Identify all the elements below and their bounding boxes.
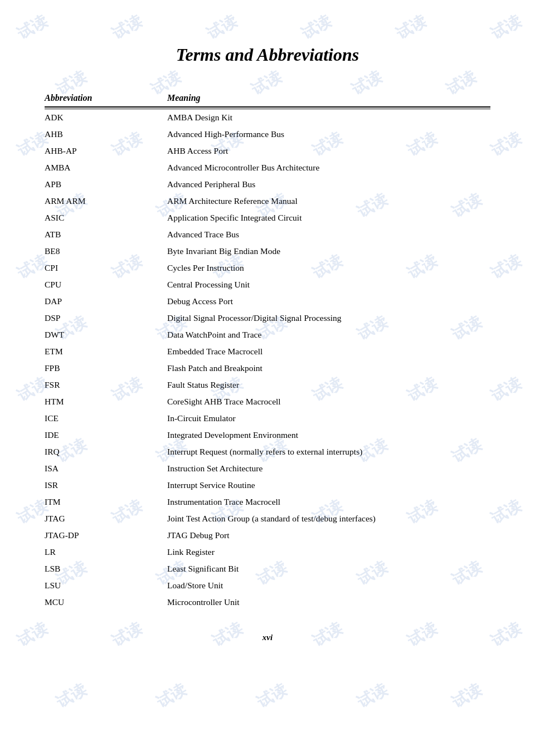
page-title: Terms and Abbreviations [45, 45, 490, 65]
table-row: HTMCoreSight AHB Trace Macrocell [45, 393, 490, 410]
abbr-cell: AHB-AP [45, 144, 167, 158]
watermark-text: 试读 [253, 679, 290, 713]
page-content: Terms and Abbreviations Abbreviation Mea… [0, 0, 535, 676]
page-number: xvi [45, 633, 490, 642]
table-row: ISAInstruction Set Architecture [45, 460, 490, 477]
table-row: AMBAAdvanced Microcontroller Bus Archite… [45, 159, 490, 176]
abbr-cell: CPI [45, 261, 167, 275]
meaning-cell: Interrupt Service Routine [167, 479, 490, 492]
table-header: Abbreviation Meaning [45, 93, 490, 108]
abbr-cell: IDE [45, 428, 167, 442]
abbr-cell: ARM ARM [45, 194, 167, 208]
table-row: BE8Byte Invariant Big Endian Mode [45, 243, 490, 260]
meaning-cell: Central Processing Unit [167, 278, 490, 291]
meaning-cell: In-Circuit Emulator [167, 412, 490, 425]
meaning-cell: Byte Invariant Big Endian Mode [167, 245, 490, 258]
table-row: ADKAMBA Design Kit [45, 109, 490, 126]
table-row: AHBAdvanced High-Performance Bus [45, 126, 490, 143]
meaning-cell: ARM Architecture Reference Manual [167, 194, 490, 208]
abbr-cell: DSP [45, 311, 167, 325]
table-row: APBAdvanced Peripheral Bus [45, 176, 490, 193]
abbr-cell: APB [45, 178, 167, 191]
meaning-cell: Advanced Peripheral Bus [167, 178, 490, 191]
table-row: ICEIn-Circuit Emulator [45, 410, 490, 427]
abbr-cell: ICE [45, 412, 167, 425]
abbr-cell: HTM [45, 395, 167, 408]
header-meaning: Meaning [167, 93, 490, 103]
table-row: CPUCentral Processing Unit [45, 276, 490, 293]
table-row: CPICycles Per Instruction [45, 260, 490, 276]
meaning-cell: Digital Signal Processor/Digital Signal … [167, 311, 490, 325]
meaning-cell: Joint Test Action Group (a standard of t… [167, 512, 490, 525]
abbr-cell: ASIC [45, 211, 167, 225]
watermark-text: 试读 [52, 679, 90, 713]
table-row: JTAG-DPJTAG Debug Port [45, 527, 490, 544]
table-row: ISRInterrupt Service Routine [45, 477, 490, 494]
table-row: DAPDebug Access Port [45, 293, 490, 310]
table-row: ARM ARMARM Architecture Reference Manual [45, 193, 490, 209]
table-row: FSRFault Status Register [45, 377, 490, 393]
meaning-cell: AHB Access Port [167, 144, 490, 158]
abbr-cell: BE8 [45, 245, 167, 258]
abbr-cell: ITM [45, 495, 167, 509]
abbr-cell: AHB [45, 128, 167, 141]
table-row: DSPDigital Signal Processor/Digital Sign… [45, 310, 490, 326]
abbr-cell: JTAG [45, 512, 167, 525]
table-row: AHB-APAHB Access Port [45, 143, 490, 159]
meaning-cell: Link Register [167, 545, 490, 559]
abbr-cell: LSB [45, 562, 167, 575]
meaning-cell: Instrumentation Trace Macrocell [167, 495, 490, 509]
table-row: MCUMicrocontroller Unit [45, 594, 490, 611]
table-row: LSULoad/Store Unit [45, 577, 490, 594]
meaning-cell: Microcontroller Unit [167, 596, 490, 609]
table-row: ITMInstrumentation Trace Macrocell [45, 494, 490, 510]
meaning-cell: Interrupt Request (normally refers to ex… [167, 445, 490, 459]
table-row: IRQInterrupt Request (normally refers to… [45, 443, 490, 460]
header-abbreviation: Abbreviation [45, 93, 167, 103]
meaning-cell: AMBA Design Kit [167, 111, 490, 124]
abbr-cell: ETM [45, 345, 167, 358]
table-body: ADKAMBA Design KitAHBAdvanced High-Perfo… [45, 109, 490, 611]
abbr-cell: FSR [45, 378, 167, 392]
meaning-cell: Instruction Set Architecture [167, 462, 490, 475]
abbr-cell: CPU [45, 278, 167, 291]
abbr-cell: LSU [45, 579, 167, 592]
terms-table: Abbreviation Meaning ADKAMBA Design KitA… [45, 93, 490, 611]
meaning-cell: Least Significant Bit [167, 562, 490, 575]
meaning-cell: Advanced High-Performance Bus [167, 128, 490, 141]
meaning-cell: Debug Access Port [167, 295, 490, 308]
watermark-text: 试读 [153, 679, 190, 713]
abbr-cell: ATB [45, 228, 167, 241]
table-row: ATBAdvanced Trace Bus [45, 226, 490, 243]
table-row: LSBLeast Significant Bit [45, 560, 490, 577]
abbr-cell: MCU [45, 596, 167, 609]
abbr-cell: ISR [45, 479, 167, 492]
table-row: ASICApplication Specific Integrated Circ… [45, 209, 490, 226]
meaning-cell: Application Specific Integrated Circuit [167, 211, 490, 225]
meaning-cell: Fault Status Register [167, 378, 490, 392]
meaning-cell: Embedded Trace Macrocell [167, 345, 490, 358]
abbr-cell: ISA [45, 462, 167, 475]
table-row: DWTData WatchPoint and Trace [45, 326, 490, 343]
abbr-cell: DWT [45, 328, 167, 342]
abbr-cell: AMBA [45, 161, 167, 174]
abbr-cell: IRQ [45, 445, 167, 459]
table-row: JTAGJoint Test Action Group (a standard … [45, 510, 490, 527]
meaning-cell: Advanced Microcontroller Bus Architectur… [167, 161, 490, 174]
meaning-cell: JTAG Debug Port [167, 529, 490, 542]
watermark-text: 试读 [448, 679, 485, 713]
table-row: ETMEmbedded Trace Macrocell [45, 343, 490, 360]
abbr-cell: ADK [45, 111, 167, 124]
abbr-cell: JTAG-DP [45, 529, 167, 542]
meaning-cell: Advanced Trace Bus [167, 228, 490, 241]
table-row: IDEIntegrated Development Environment [45, 427, 490, 443]
watermark-text: 试读 [353, 679, 391, 713]
abbr-cell: DAP [45, 295, 167, 308]
abbr-cell: FPB [45, 362, 167, 375]
meaning-cell: Cycles Per Instruction [167, 261, 490, 275]
meaning-cell: Data WatchPoint and Trace [167, 328, 490, 342]
meaning-cell: Integrated Development Environment [167, 428, 490, 442]
abbr-cell: LR [45, 545, 167, 559]
meaning-cell: CoreSight AHB Trace Macrocell [167, 395, 490, 408]
meaning-cell: Flash Patch and Breakpoint [167, 362, 490, 375]
